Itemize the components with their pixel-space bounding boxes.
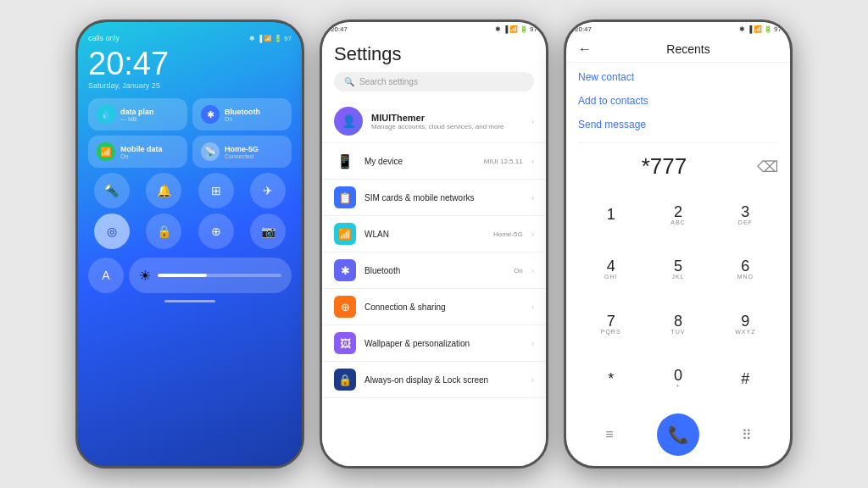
key-3[interactable]: 3 DEF [713,188,778,241]
search-icon: 🔍 [344,77,354,86]
key-9-num: 9 [741,313,749,329]
settings-list: 👤 MIUIThemer Manage accounts, cloud serv… [322,100,546,466]
back-button[interactable]: ← [578,42,592,57]
lock-button[interactable]: 🔒 [146,214,181,249]
voicemail-button[interactable]: ≡ [594,419,625,450]
device-info: My device [364,157,476,166]
avatar: 👤 [334,107,363,136]
my-device-item[interactable]: 📱 My device MIUI 12.5.11 › [322,143,546,180]
key-9[interactable]: 9 WXYZ [713,297,778,351]
brightness-fill [158,274,207,277]
profile-chevron: › [531,117,534,126]
lock-screen-label: Always-on display & Lock screen [364,375,523,385]
key-2[interactable]: 2 ABC [645,188,710,241]
signal-icon: ▐ [257,35,262,42]
profile-name: MIUIThemer [371,113,523,123]
camera-button[interactable]: 📷 [250,214,286,249]
airplane-mode-button[interactable]: ✈ [250,173,286,208]
mobile-data-icon: 📶 [97,142,115,161]
dialer-header: ← Recents [566,36,790,63]
device-chevron: › [531,157,534,166]
new-contact-link[interactable]: New contact [578,71,778,83]
key-5[interactable]: 5 JKL [645,243,710,297]
settings-search-bar[interactable]: 🔍 Search settings [334,72,534,92]
key-star[interactable]: * [578,352,643,406]
lock-chevron: › [531,375,534,385]
device-label: My device [364,157,476,166]
flashlight-button[interactable]: 🔦 [94,173,130,208]
status-time-2: 20:47 [331,25,348,33]
wlan-item[interactable]: 📶 WLAN Home-5G › [322,216,546,252]
key-3-num: 3 [741,204,749,219]
sim-networks-item[interactable]: 📋 SIM cards & mobile networks › [322,180,546,216]
bt-icon-2: ✱ [495,25,501,33]
location-button[interactable]: ◎ [94,214,130,249]
key-0[interactable]: 0 + [645,352,710,406]
lock-screen-item[interactable]: 🔒 Always-on display & Lock screen › [322,362,546,398]
wifi-icon: 📶 [264,35,272,42]
clock-display: 20:47 [88,47,292,80]
quick-tiles: 💧 data plan — MB ✱ Bluetooth On 📶 [88,98,292,168]
number-display: *777 ⌫ [566,147,790,186]
call-button[interactable]: 📞 [657,413,699,456]
key-7[interactable]: 7 PQRS [578,297,643,351]
date-display: Saturday, January 25 [88,81,292,90]
wlan-icon: 📶 [334,223,356,245]
dialer-bottom-bar: ≡ 📞 ⠿ [566,407,790,466]
key-1-num: 1 [607,207,615,222]
bluetooth-tile[interactable]: ✱ Bluetooth On [192,98,292,130]
signal-icon-3: ▐ [747,25,752,33]
profile-info: MIUIThemer Manage accounts, cloud servic… [371,113,523,130]
bluetooth-sub: On [514,267,523,274]
key-6[interactable]: 6 MNO [713,243,778,297]
dialer-screen: 20:47 ✱ ▐ 📶 🔋 97 ← Recents New contact A… [566,22,790,466]
key-0-num: 0 [674,368,682,383]
mobile-data-sub: On [120,153,163,159]
lock-screen-icon: 🔒 [334,369,356,391]
add-to-contacts-link[interactable]: Add to contacts [578,95,778,107]
wlan-sub: Home-5G [493,230,523,238]
dialed-number: *777 [578,153,750,180]
screen-record-button[interactable]: ⊞ [198,173,234,208]
wifi-tile[interactable]: 📡 Home-5G Connected [192,136,292,168]
bt-icon-3: ✱ [739,25,745,33]
notification-button[interactable]: 🔔 [146,173,181,208]
font-size-button[interactable]: A [88,258,124,293]
send-message-link[interactable]: Send message [578,119,778,130]
data-plan-icon: 💧 [97,105,115,124]
bluetooth-chevron: › [531,266,534,275]
key-7-num: 7 [607,313,615,329]
key-8-alpha: TUV [670,329,685,335]
wifi-tile-icon: 📡 [201,142,220,161]
bluetooth-item[interactable]: ✱ Bluetooth On › [322,252,546,289]
divider [578,142,778,143]
key-4[interactable]: 4 GHI [578,243,643,297]
key-8[interactable]: 8 TUV [645,297,710,351]
status-bar-2: 20:47 ✱ ▐ 📶 🔋 97 [322,22,546,36]
device-icon: 📱 [334,150,356,172]
data-plan-tile[interactable]: 💧 data plan — MB [88,98,187,130]
mobile-data-tile[interactable]: 📶 Mobile data On [88,136,187,168]
wallpaper-item[interactable]: 🖼 Wallpaper & personalization › [322,325,546,362]
brightness-slider[interactable]: ☀ [129,258,292,293]
key-1[interactable]: 1 [578,188,643,241]
home-bar[interactable] [164,300,215,302]
sim-label: SIM cards & mobile networks [364,193,523,202]
wallpaper-info: Wallpaper & personalization [364,339,523,348]
key-5-alpha: JKL [671,274,684,280]
connection-sharing-item[interactable]: ⊕ Connection & sharing › [322,289,546,325]
key-hash[interactable]: # [713,352,778,406]
profile-item[interactable]: 👤 MIUIThemer Manage accounts, cloud serv… [322,100,546,143]
calls-only-label: calls only [88,34,120,42]
bluetooth-info: Bluetooth [364,266,505,275]
brightness-track [158,274,281,277]
recents-list: New contact Add to contacts Send message [566,63,790,139]
status-icons-3: ✱ ▐ 📶 🔋 97 [739,25,782,33]
focus-button[interactable]: ⊕ [198,214,234,249]
wlan-label: WLAN [364,230,485,239]
backspace-button[interactable]: ⌫ [757,158,778,176]
wifi-tile-label: Home-5G [225,145,259,153]
dialpad-button[interactable]: ⠿ [732,419,762,450]
key-hash-num: # [741,371,749,386]
font-icon: A [102,269,109,282]
